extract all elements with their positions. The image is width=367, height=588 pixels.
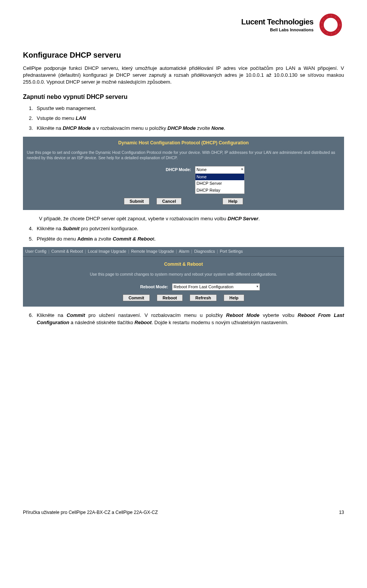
brand-logo-icon xyxy=(317,11,344,38)
step-3-pre: Klikněte na xyxy=(37,125,63,131)
dhcp-option-relay[interactable]: DHCP Relay xyxy=(195,187,244,194)
step-2-em: LAN xyxy=(76,115,86,121)
step-2-pre: Vstupte do menu xyxy=(37,115,76,121)
tab-port-settings[interactable]: Port Settings xyxy=(220,249,243,254)
step-4-pre: Klikněte na xyxy=(37,226,63,231)
svg-point-0 xyxy=(322,16,340,34)
step-5: Přejděte do menu Admin a zvolte Commit &… xyxy=(34,236,344,242)
section-title-dhcp: Zapnutí nebo vypnutí DHCP serveru xyxy=(23,93,344,101)
brand-text-block: Lucent Technologies Bell Labs Innovation… xyxy=(241,16,313,33)
commit-reboot-panel: User Config| Commit & Reboot| Local Imag… xyxy=(23,247,344,307)
page-header: Lucent Technologies Bell Labs Innovation… xyxy=(23,11,344,38)
step-5-pre: Přejděte do menu xyxy=(37,236,77,242)
under-panel-em: DHCP Server xyxy=(227,216,258,221)
step-6-em2: Reboot Mode xyxy=(226,312,259,318)
tab-user-config[interactable]: User Config xyxy=(25,249,46,254)
dhcp-mode-options: None DHCP Server DHCP Relay xyxy=(195,173,244,194)
reboot-mode-select[interactable]: Reboot From Last Configuration xyxy=(172,283,260,291)
dhcp-mode-selected[interactable]: None xyxy=(195,166,244,173)
brand-name: Lucent Technologies xyxy=(241,16,313,27)
commit-panel-desc: Use this page to commit changes to syste… xyxy=(23,271,344,277)
step-list-a: Spusťte web management. Vstupte do menu … xyxy=(34,105,344,132)
tab-remote-image[interactable]: Remote Image Upgrade xyxy=(131,249,174,254)
step-6-suf: . Dojde k restartu modemu s novým uživat… xyxy=(152,320,289,325)
step-3-mid: a v rozbalovacím menu u položky xyxy=(91,125,167,131)
step-3-em3: None xyxy=(211,125,224,131)
step-3-suf: . xyxy=(224,125,226,131)
tab-commit-reboot[interactable]: Commit & Reboot xyxy=(51,249,83,254)
step-6-em4: Reboot xyxy=(135,320,152,325)
step-1: Spusťte web management. xyxy=(34,105,344,112)
commit-button-row: Commit Reboot Refresh Help xyxy=(23,294,344,301)
commit-panel-title: Commit & Reboot xyxy=(23,261,344,268)
dhcp-button-row: Submit Cancel Refresh Help xyxy=(27,198,340,205)
step-4-em: Submit xyxy=(63,226,80,231)
step-6-mid2: vyberte volbu xyxy=(260,312,298,318)
footer-text: Příručka uživatele pro CellPipe 22A-BX-C… xyxy=(23,509,158,516)
dhcp-mode-select[interactable]: None None DHCP Server DHCP Relay xyxy=(195,166,245,194)
reboot-button[interactable]: Reboot xyxy=(157,294,183,301)
reboot-mode-selected: Reboot From Last Configuration xyxy=(174,284,234,290)
brand-subtitle: Bell Labs Innovations xyxy=(241,27,313,33)
step-list-b: Klikněte na Submit pro potvrzení konfigu… xyxy=(34,225,344,242)
tab-local-image[interactable]: Local Image Upgrade xyxy=(88,249,126,254)
step-6-mid3: a následně stiskněte tlačítko xyxy=(69,320,135,325)
step-3-em1: DHCP Mode xyxy=(63,125,91,131)
step-5-mid: a zvolte xyxy=(93,236,113,242)
reboot-mode-row: Reboot Mode: Reboot From Last Configurat… xyxy=(23,283,344,291)
dhcp-panel-desc: Use this page to set and configure the D… xyxy=(27,150,340,160)
intro-paragraph: CellPipe podporuje funkci DHCP serveru, … xyxy=(23,65,344,86)
reboot-mode-label: Reboot Mode: xyxy=(107,283,168,290)
step-6-pre: Klikněte na xyxy=(37,312,67,318)
under-panel-suf: . xyxy=(258,216,260,221)
under-panel-note: V případě, že chcete DHCP server opět za… xyxy=(39,215,344,222)
tab-alarm[interactable]: Alarm xyxy=(179,249,189,254)
step-3: Klikněte na DHCP Mode a v rozbalovacím m… xyxy=(34,125,344,132)
admin-tabs: User Config| Commit & Reboot| Local Imag… xyxy=(23,247,344,257)
step-5-suf: t. xyxy=(153,236,156,242)
step-1-text: Spusťte web management. xyxy=(37,105,96,111)
step-6-em1: Commit xyxy=(67,312,85,318)
step-list-c: Klikněte na Commit pro uložení nastavení… xyxy=(34,312,344,326)
dhcp-config-panel: Dynamic Host Configuration Protocol (DHC… xyxy=(23,137,344,210)
dhcp-mode-row: DHCP Mode: None None DHCP Server DHCP Re… xyxy=(27,166,340,194)
submit-button[interactable]: Submit xyxy=(124,198,149,205)
help-button-2[interactable]: Help xyxy=(224,294,244,301)
step-4-suf: pro potvrzení konfigurace. xyxy=(80,226,138,231)
page-footer: Příručka uživatele pro CellPipe 22A-BX-C… xyxy=(23,509,344,516)
under-panel-pre: V případě, že chcete DHCP server opět za… xyxy=(39,216,227,221)
step-5-em2: Commit & Reboo xyxy=(113,236,153,242)
step-6-mid1: pro uložení nastavení. V rozbalovacím me… xyxy=(85,312,226,318)
page-title: Konfigurace DHCP serveru xyxy=(23,50,344,60)
dhcp-panel-title: Dynamic Host Configuration Protocol (DHC… xyxy=(27,140,340,146)
page-number: 13 xyxy=(339,509,344,516)
step-5-em1: Admin xyxy=(77,236,93,242)
dhcp-option-none[interactable]: None xyxy=(195,174,244,180)
dhcp-mode-label: DHCP Mode: xyxy=(122,166,191,173)
refresh-button[interactable]: Refresh xyxy=(190,294,217,301)
commit-button[interactable]: Commit xyxy=(123,294,150,301)
dhcp-option-server[interactable]: DHCP Server xyxy=(195,180,244,187)
step-4: Klikněte na Submit pro potvrzení konfigu… xyxy=(34,225,344,232)
cancel-button[interactable]: Cancel xyxy=(156,198,182,205)
step-3-em2: DHCP Mode xyxy=(167,125,196,131)
step-2: Vstupte do menu LAN xyxy=(34,115,344,122)
tab-diagnostics[interactable]: Diagnostics xyxy=(194,249,215,254)
step-3-mid2: zvolte xyxy=(196,125,211,131)
step-6: Klikněte na Commit pro uložení nastavení… xyxy=(34,312,344,326)
help-button[interactable]: Help xyxy=(222,198,243,205)
